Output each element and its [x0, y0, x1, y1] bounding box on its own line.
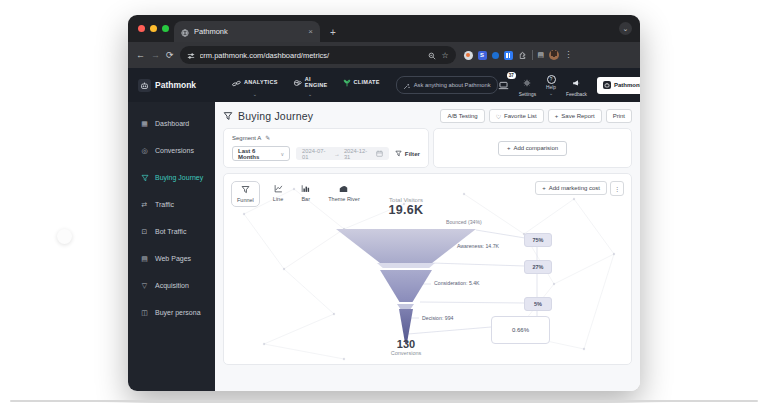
chevron-down-icon: ⌄: [308, 92, 312, 97]
acquisition-icon: ▽: [140, 282, 149, 290]
tab-line[interactable]: Line: [268, 181, 288, 205]
side-panel-icon[interactable]: ▤: [538, 51, 545, 59]
maximize-window-button[interactable]: [162, 25, 169, 32]
settings-label: Settings: [519, 92, 536, 97]
sidebar-item-buyer-persona[interactable]: ◫ Buyer persona: [128, 299, 215, 326]
page: Pathmonk × + ⌄ ← → ⟳ crm.pathmonk.com/da…: [0, 0, 768, 403]
help-label: Help: [546, 85, 556, 90]
date-range-display: 2024-07-01 → 2024-12-31: [296, 147, 389, 160]
brand[interactable]: Pathmonk: [138, 79, 224, 92]
favorite-list-button[interactable]: ♡Favorite List: [489, 109, 544, 123]
reload-icon[interactable]: ⟳: [166, 51, 174, 60]
browser-tab[interactable]: Pathmonk ×: [174, 21, 320, 42]
consideration-label: Consideration: 5.4K: [434, 280, 480, 286]
decision-percent-badge: 5%: [524, 297, 552, 311]
gear-icon: [523, 73, 531, 91]
page-title: Buying Journey: [223, 107, 313, 125]
tab-close-icon[interactable]: ×: [308, 28, 313, 36]
date-range-select[interactable]: Last 6 Months ∨: [232, 146, 290, 161]
header-actions: A/B Testing ♡Favorite List +Save Report …: [440, 109, 632, 123]
nav-climate[interactable]: CLIMATE: [343, 73, 380, 91]
device-status-button[interactable]: 37: [498, 76, 509, 94]
forward-icon[interactable]: →: [151, 51, 160, 60]
decision-label: Decision: 994: [422, 315, 453, 321]
sidebar-item-bot-traffic[interactable]: ⊡ Bot Traffic: [128, 218, 215, 245]
heart-icon: ♡: [496, 113, 501, 120]
chart-actions: + Add marketing cost ⋮: [535, 181, 624, 196]
filter-button[interactable]: Filter: [395, 150, 420, 158]
tab-search-button[interactable]: ⌄: [619, 22, 632, 35]
toolbar-divider: [532, 50, 533, 60]
funnel-chart-card: Funnel Line Bar: [223, 173, 632, 365]
conversion-rate-box: 0.66%: [491, 316, 550, 344]
plus-icon: +: [542, 185, 546, 191]
extension-icon-4[interactable]: [504, 51, 513, 60]
nav-ai-engine[interactable]: AI ENGINE ⌄: [293, 73, 328, 97]
extensions-area: S ▤ ⋮: [464, 46, 573, 64]
account-label: Pathmonk: [614, 82, 640, 88]
account-button[interactable]: Pathmonk: [597, 77, 640, 94]
ask-anything-input[interactable]: Ask anything about Pathmonk: [396, 76, 498, 94]
add-comparison-button[interactable]: + Add comparision: [498, 141, 567, 156]
print-button[interactable]: Print: [606, 109, 632, 123]
add-marketing-cost-button[interactable]: + Add marketing cost: [535, 181, 607, 195]
extensions-puzzle-icon[interactable]: [518, 46, 527, 64]
chain-icon: [232, 73, 241, 91]
zoom-icon[interactable]: [428, 46, 436, 64]
page-header: Buying Journey A/B Testing ♡Favorite Lis…: [223, 108, 632, 124]
save-report-button[interactable]: +Save Report: [548, 109, 602, 123]
chart-menu-icon[interactable]: ⋮: [610, 181, 624, 196]
tab-favicon-globe-icon: [181, 23, 189, 41]
traffic-icon: ⇄: [140, 201, 149, 209]
sidebar-item-traffic[interactable]: ⇄ Traffic: [128, 191, 215, 218]
background-dot: [57, 229, 72, 244]
nav-analytics[interactable]: ANALYTICS ⌄: [232, 73, 278, 97]
extension-icon-1[interactable]: [464, 51, 473, 60]
help-button[interactable]: ? Help ⌄: [546, 75, 556, 96]
browser-menu-icon[interactable]: ⋮: [564, 51, 572, 59]
extension-icon-2[interactable]: S: [478, 51, 487, 60]
feedback-label: Feedback: [566, 92, 587, 97]
target-icon: ◎: [140, 147, 149, 155]
filter-funnel-icon: [395, 150, 402, 158]
site-settings-icon[interactable]: [187, 46, 195, 64]
sidebar-item-dashboard[interactable]: ▦ Dashboard: [128, 110, 215, 137]
window-controls: [138, 25, 169, 32]
funnel-icon: [223, 107, 233, 125]
close-window-button[interactable]: [138, 25, 145, 32]
sidebar-item-web-pages[interactable]: ▤ Web Pages: [128, 245, 215, 272]
persona-icon: ◫: [140, 309, 149, 317]
laptop-icon: [498, 76, 509, 94]
minimize-window-button[interactable]: [150, 25, 157, 32]
chevron-down-icon: ⌄: [549, 91, 553, 96]
address-bar[interactable]: crm.pathmonk.com/dashboard/metrics/ ☆: [180, 46, 456, 64]
brand-name: Pathmonk: [155, 80, 196, 90]
tab-theme-river[interactable]: Theme River: [323, 181, 364, 205]
date-from: 2024-07-01: [302, 148, 330, 160]
magic-wand-icon: [403, 76, 410, 94]
settings-button[interactable]: Settings: [519, 73, 536, 97]
sidebar-item-buying-journey[interactable]: Buying Journey: [128, 164, 215, 191]
browser-toolbar: ← → ⟳ crm.pathmonk.com/dashboard/metrics…: [128, 42, 640, 68]
sidebar-item-acquisition[interactable]: ▽ Acquisition: [128, 272, 215, 299]
page-icon: ▤: [140, 255, 149, 263]
new-tab-button[interactable]: +: [330, 28, 336, 38]
sidebar: ▦ Dashboard ◎ Conversions Buying Journey…: [128, 102, 215, 391]
tab-bar[interactable]: Bar: [296, 181, 315, 205]
feedback-button[interactable]: Feedback: [566, 73, 587, 97]
funnel-icon: [140, 174, 149, 182]
profile-avatar[interactable]: [549, 50, 559, 60]
ab-testing-button[interactable]: A/B Testing: [440, 109, 484, 123]
chevron-down-icon: ⌄: [253, 92, 257, 97]
extension-icon-3[interactable]: [492, 52, 499, 59]
app-nav: ANALYTICS ⌄ AI ENGINE ⌄: [232, 73, 380, 97]
date-to: 2024-12-31: [344, 148, 372, 160]
consideration-percent-badge: 27%: [524, 260, 552, 274]
bot-icon: ⊡: [140, 228, 149, 236]
bookmark-star-icon[interactable]: ☆: [441, 51, 448, 60]
back-icon[interactable]: ←: [136, 51, 145, 60]
sidebar-item-conversions[interactable]: ◎ Conversions: [128, 137, 215, 164]
tab-funnel[interactable]: Funnel: [231, 181, 260, 207]
edit-pencil-icon[interactable]: ✎: [265, 134, 270, 141]
bar-chart-icon: [301, 184, 310, 194]
